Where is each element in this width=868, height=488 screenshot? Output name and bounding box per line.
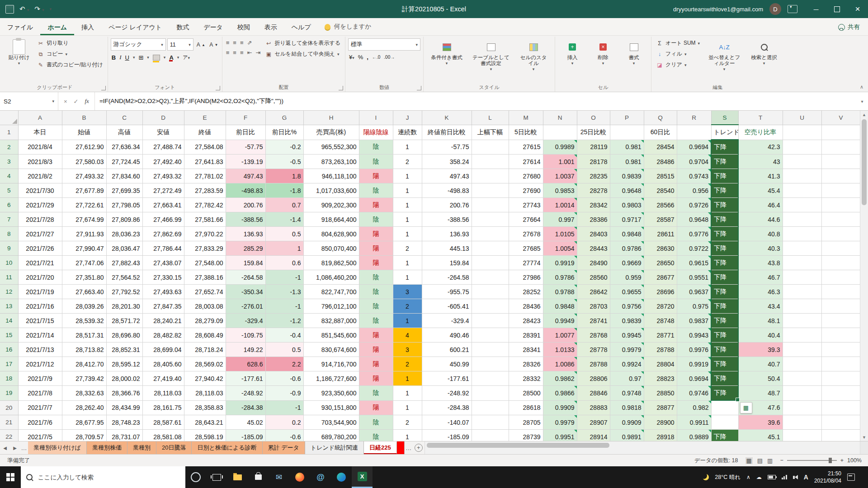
cell-G13[interactable]: -1 <box>265 299 303 314</box>
column-header-H[interactable]: H <box>303 111 359 125</box>
cloud-icon[interactable]: ☁ <box>756 474 762 480</box>
cell-M18[interactable]: 28332 <box>509 371 543 386</box>
cell-D10[interactable]: 27,438.07 <box>142 256 184 270</box>
align-middle-icon[interactable]: ≡ <box>233 39 236 46</box>
cell-C14[interactable]: 28,571.72 <box>106 314 142 328</box>
cell-E2[interactable]: 27,584.08 <box>184 140 226 155</box>
cell-H10[interactable]: 819,862,500 <box>303 256 359 270</box>
cell-M17[interactable]: 28326 <box>509 357 543 371</box>
taskbar-search[interactable] <box>21 466 185 488</box>
cell-B3[interactable]: 27,580.03 <box>62 155 106 169</box>
cell-G11[interactable]: -1 <box>265 270 303 285</box>
cell-V15[interactable] <box>821 328 860 343</box>
cell-F8[interactable]: 136.93 <box>226 227 265 241</box>
zoom-level[interactable]: 100% <box>847 457 862 464</box>
cell-J16[interactable]: 3 <box>393 343 422 357</box>
cell-T8[interactable]: 40.8 <box>738 227 783 241</box>
cell-G5[interactable]: -1.8 <box>265 183 303 198</box>
cell-N5[interactable]: 0.9853 <box>543 183 577 198</box>
cell-R8[interactable]: 0.9776 <box>677 227 711 241</box>
cell-L15[interactable] <box>472 328 509 343</box>
cell-K6[interactable]: 200.76 <box>422 198 472 212</box>
row-header-18[interactable]: 18 <box>0 371 18 386</box>
column-header-U[interactable]: U <box>783 111 821 125</box>
cell-P6[interactable]: 0.9803 <box>610 198 644 212</box>
cell-J13[interactable]: 2 <box>393 299 422 314</box>
cell-B14[interactable]: 28,539.32 <box>62 314 106 328</box>
row-header-15[interactable]: 15 <box>0 328 18 343</box>
cell-J5[interactable]: 1 <box>393 183 422 198</box>
row-header-5[interactable]: 5 <box>0 183 18 198</box>
cell-R16[interactable]: 0.9976 <box>677 343 711 357</box>
cell-E3[interactable]: 27,641.83 <box>184 155 226 169</box>
scroll-down-icon[interactable]: ▼ <box>860 433 868 441</box>
cell-T15[interactable]: 40.4 <box>738 328 783 343</box>
sheet-tab-業種別株価[interactable]: 業種別株価 <box>87 441 127 454</box>
cell-C17[interactable]: 28,595.12 <box>106 357 142 371</box>
cell-P15[interactable]: 0.9945 <box>610 328 644 343</box>
cell-D22[interactable]: 28,581.08 <box>142 430 184 441</box>
cell-E19[interactable]: 28,118.03 <box>184 386 226 401</box>
formula-input[interactable]: =IF(AND(M2>O2,O2>Q2),"上昇",IF(AND(M2<O2,O… <box>95 92 856 110</box>
paste-button[interactable]: 貼り付け ▾ <box>5 38 33 68</box>
ribbon-tab-データ[interactable]: データ <box>196 19 230 35</box>
cell-S18[interactable]: 下降 <box>711 371 738 386</box>
cell-K17[interactable]: 450.99 <box>422 357 472 371</box>
excel-taskbar-button[interactable]: X <box>352 466 373 488</box>
cell-J1[interactable]: 連続数 <box>393 125 422 140</box>
cell-V19[interactable] <box>821 386 860 401</box>
phonetic-guide-button[interactable]: ア▾ <box>183 54 190 61</box>
cell-K18[interactable]: -177.61 <box>422 371 472 386</box>
account-email[interactable]: dryyourtearswithlove1@gmail.com <box>667 6 769 13</box>
cell-O14[interactable]: 28741 <box>577 314 610 328</box>
cell-S9[interactable]: 下降 <box>711 241 738 256</box>
cell-N21[interactable]: 0.9979 <box>543 415 577 430</box>
cell-C15[interactable]: 28,696.80 <box>106 328 142 343</box>
cell-J15[interactable]: 4 <box>393 328 422 343</box>
column-header-D[interactable]: D <box>142 111 184 125</box>
cell-L10[interactable] <box>472 256 509 270</box>
cell-I21[interactable]: 陰 <box>359 415 393 430</box>
cell-O6[interactable]: 28342 <box>577 198 610 212</box>
format-painter-button[interactable]: ✎書式のコピー/貼り付け <box>35 60 105 70</box>
cell-D18[interactable]: 27,419.40 <box>142 371 184 386</box>
cell-G19[interactable]: -0.9 <box>265 386 303 401</box>
cell-E10[interactable]: 27,548.00 <box>184 256 226 270</box>
decrease-decimal-button[interactable]: .00→ <box>384 55 395 60</box>
cell-O10[interactable]: 28490 <box>577 256 610 270</box>
cell-T11[interactable]: 46.7 <box>738 270 783 285</box>
cell-L13[interactable] <box>472 299 509 314</box>
grow-font-button[interactable]: A▴ <box>195 38 207 51</box>
row-header-14[interactable]: 14 <box>0 314 18 328</box>
cell-R15[interactable]: 0.9943 <box>677 328 711 343</box>
cell-L8[interactable] <box>472 227 509 241</box>
avatar[interactable]: D <box>769 3 781 15</box>
cell-B8[interactable]: 27,911.93 <box>62 227 106 241</box>
row-header-11[interactable]: 11 <box>0 270 18 285</box>
cell-J2[interactable]: 1 <box>393 140 422 155</box>
cell-E5[interactable]: 27,283.59 <box>184 183 226 198</box>
cell-S19[interactable]: 下降 <box>711 386 738 401</box>
cell-V4[interactable] <box>821 169 860 183</box>
cell-E11[interactable]: 27,388.16 <box>184 270 226 285</box>
row-header-7[interactable]: 7 <box>0 212 18 227</box>
cell-Q20[interactable]: 28877 <box>644 400 677 415</box>
cell-A1[interactable]: 本日 <box>18 125 62 140</box>
row-header-22[interactable]: 22 <box>0 430 18 441</box>
delete-cells-button[interactable]: × 削除▾ <box>589 38 618 68</box>
cell-H1[interactable]: 売買高(株) <box>303 125 359 140</box>
cell-R14[interactable]: 0.9837 <box>677 314 711 328</box>
scroll-up-icon[interactable]: ▲ <box>860 111 868 118</box>
cell-G16[interactable]: 0.5 <box>265 343 303 357</box>
cell-V17[interactable] <box>821 357 860 371</box>
cell-Q8[interactable]: 28611 <box>644 227 677 241</box>
cell-M14[interactable]: 28423 <box>509 314 543 328</box>
cell-O21[interactable]: 28907 <box>577 415 610 430</box>
cell-T18[interactable]: 50.4 <box>738 371 783 386</box>
cell-C2[interactable]: 27,636.34 <box>106 140 142 155</box>
format-as-table-button[interactable]: テーブルとして書式設定▾ <box>469 38 513 74</box>
sheet-grid[interactable]: ABCDEFGHIJKLMNOPQRSTUV1本日始値高値安値終値前日比前日比%… <box>0 111 860 441</box>
cell-M16[interactable]: 28341 <box>509 343 543 357</box>
cell-E13[interactable]: 28,003.08 <box>184 299 226 314</box>
cell-B18[interactable]: 27,739.42 <box>62 371 106 386</box>
